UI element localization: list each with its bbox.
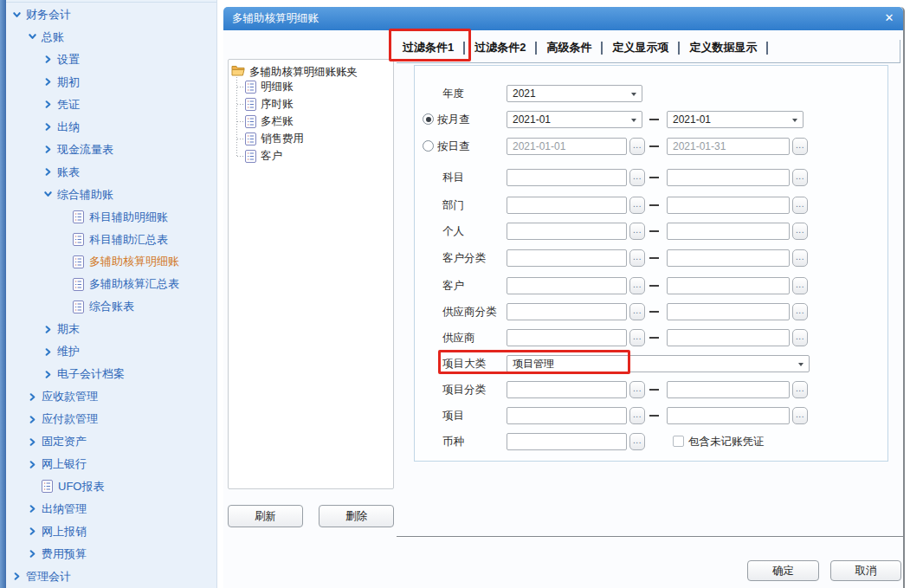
date-to-input[interactable]: 2021-01-31 — [667, 138, 790, 155]
sidebar-item[interactable]: 科目辅助明细账 — [0, 206, 216, 229]
field-label: 包含未记账凭证 — [688, 433, 765, 450]
sidebar-item[interactable]: 应付款管理 — [0, 408, 216, 430]
tree-item[interactable]: 明细账 — [245, 78, 294, 95]
date-from-browse-button[interactable]: ... — [629, 138, 645, 155]
tab-5[interactable]: 定义数据显示 — [681, 40, 765, 55]
month-to-dropdown[interactable]: 2021-01 — [667, 111, 804, 128]
browse-button[interactable]: ... — [629, 381, 645, 398]
date-from-input[interactable]: 2021-01-01 — [507, 138, 627, 155]
range-from-input[interactable] — [507, 407, 627, 424]
browse-button[interactable]: ... — [792, 277, 808, 294]
sidebar-item[interactable]: 维护 — [0, 340, 216, 363]
range-to-input[interactable] — [667, 329, 790, 346]
range-to-input[interactable] — [667, 169, 790, 186]
browse-button[interactable]: ... — [629, 277, 645, 294]
sidebar-item[interactable]: 设置 — [0, 48, 216, 71]
browse-button[interactable]: ... — [792, 303, 808, 320]
sidebar-item[interactable]: 账表 — [0, 161, 216, 184]
sidebar-item[interactable]: 总账 — [0, 26, 216, 48]
sidebar-item[interactable]: 综合账表 — [0, 295, 216, 318]
tab-4[interactable]: 定义显示项 — [604, 40, 676, 55]
sidebar-item[interactable]: 出纳 — [0, 116, 216, 139]
sidebar-item[interactable]: 期末 — [0, 318, 216, 340]
browse-button[interactable]: ... — [629, 223, 645, 240]
sidebar-item[interactable]: 电子会计档案 — [0, 363, 216, 385]
tree-item[interactable]: 序时账 — [245, 95, 294, 113]
refresh-button[interactable]: 刷新 — [228, 505, 303, 527]
browse-button[interactable]: ... — [629, 197, 645, 214]
browse-button[interactable]: ... — [629, 249, 645, 267]
sidebar-item[interactable]: 期初 — [0, 71, 216, 94]
tab-3[interactable]: 高级条件 — [539, 40, 599, 55]
sidebar-item[interactable]: UFO报表 — [0, 475, 216, 498]
annotation-box-active-tab — [389, 29, 471, 61]
currency-browse-button[interactable]: ... — [629, 433, 645, 450]
browse-button[interactable]: ... — [792, 249, 808, 267]
sidebar-item[interactable]: 科目辅助汇总表 — [0, 229, 216, 251]
ok-button[interactable]: 确定 — [747, 560, 819, 581]
dialog-titlebar[interactable]: 多辅助核算明细账 — [223, 7, 903, 30]
sidebar-item[interactable]: 多辅助核算汇总表 — [0, 273, 216, 295]
sidebar-item[interactable]: 应收款管理 — [0, 385, 216, 408]
by-day-radio[interactable] — [423, 140, 434, 152]
range-to-input[interactable] — [667, 407, 790, 424]
sidebar-item[interactable]: 综合辅助账 — [0, 184, 216, 206]
range-from-input[interactable] — [507, 169, 627, 186]
browse-button[interactable]: ... — [629, 407, 645, 424]
range-to-input[interactable] — [667, 277, 790, 294]
tree-item[interactable]: 客户 — [245, 147, 282, 165]
range-from-input[interactable] — [507, 303, 627, 320]
browse-button[interactable]: ... — [629, 329, 645, 346]
browse-button[interactable]: ... — [792, 169, 808, 186]
range-to-input[interactable] — [667, 249, 790, 267]
browse-button[interactable]: ... — [792, 329, 808, 346]
browse-button[interactable]: ... — [792, 381, 808, 398]
include-unposted-checkbox[interactable] — [673, 436, 684, 447]
browse-button[interactable]: ... — [792, 197, 808, 214]
sidebar-item[interactable]: 财务会计 — [0, 3, 216, 26]
tree-connector — [237, 156, 244, 157]
sidebar-item-label: 应收款管理 — [42, 389, 98, 404]
tab-2[interactable]: 过滤条件2 — [467, 40, 533, 55]
month-from-dropdown[interactable]: 2021-01 — [507, 111, 642, 128]
sidebar-item[interactable]: 凭证 — [0, 94, 216, 116]
tree-item[interactable]: 销售费用 — [245, 130, 304, 147]
range-from-input[interactable] — [507, 197, 627, 214]
range-from-input[interactable] — [507, 329, 627, 346]
range-from-input[interactable] — [507, 381, 627, 398]
sidebar-item-label: 凭证 — [57, 97, 80, 113]
range-to-input[interactable] — [667, 381, 790, 398]
sidebar-item[interactable]: 管理会计 — [0, 565, 216, 588]
sidebar-item[interactable]: 网上报销 — [0, 520, 216, 543]
tree-item-label: 客户 — [261, 149, 282, 164]
by-month-radio[interactable] — [423, 113, 434, 125]
range-from-input[interactable] — [507, 223, 627, 240]
range-to-input[interactable] — [667, 303, 790, 320]
range-dash — [649, 285, 659, 287]
sidebar-item[interactable]: 固定资产 — [0, 430, 216, 453]
browse-button[interactable]: ... — [792, 223, 808, 240]
browse-button[interactable]: ... — [629, 303, 645, 320]
currency-input[interactable] — [507, 433, 627, 450]
range-from-input[interactable] — [507, 249, 627, 267]
browse-button[interactable]: ... — [629, 169, 645, 186]
range-to-input[interactable] — [667, 197, 790, 214]
sidebar-item[interactable]: 费用预算 — [0, 543, 216, 565]
range-dash — [649, 119, 659, 120]
range-from-input[interactable] — [507, 277, 627, 294]
chevron-down-icon — [12, 10, 22, 20]
year-dropdown[interactable]: 2021 — [507, 85, 642, 102]
sidebar-item[interactable]: 网上银行 — [0, 453, 216, 475]
tree-item[interactable]: 多栏账 — [245, 113, 294, 130]
document-icon — [245, 81, 256, 94]
sidebar-item[interactable]: 现金流量表 — [0, 139, 216, 161]
cancel-button[interactable]: 取消 — [830, 560, 901, 581]
sidebar-item[interactable]: 多辅助核算明细账 — [0, 250, 216, 273]
range-to-input[interactable] — [667, 223, 790, 240]
date-to-browse-button[interactable]: ... — [792, 138, 808, 155]
delete-button[interactable]: 删除 — [319, 505, 394, 527]
browse-button[interactable]: ... — [792, 407, 808, 424]
sidebar-item[interactable]: 出纳管理 — [0, 498, 216, 520]
close-icon[interactable]: ✕ — [882, 11, 896, 25]
chevron-down-icon — [28, 32, 37, 42]
